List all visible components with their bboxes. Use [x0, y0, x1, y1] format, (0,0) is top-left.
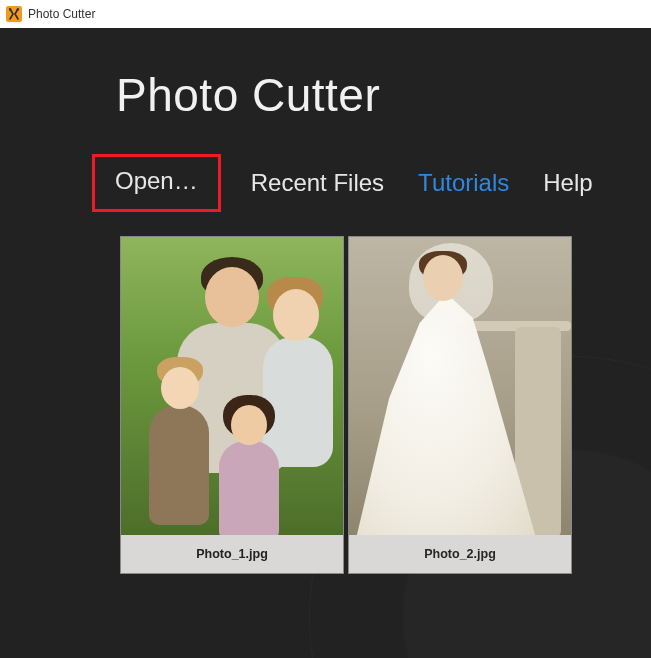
- thumbnail-image: [121, 237, 343, 535]
- workspace: Photo Cutter Open… Recent Files Tutorial…: [0, 28, 651, 658]
- thumbnail-item[interactable]: Photo_1.jpg: [120, 236, 344, 574]
- svg-point-1: [17, 8, 19, 10]
- thumbnail-image: [349, 237, 571, 535]
- thumbnail-item[interactable]: Photo_2.jpg: [348, 236, 572, 574]
- window-title: Photo Cutter: [28, 7, 95, 21]
- help-button[interactable]: Help: [539, 159, 596, 207]
- svg-point-0: [9, 8, 11, 10]
- page-title: Photo Cutter: [116, 68, 651, 122]
- open-button[interactable]: Open…: [92, 154, 221, 212]
- tutorials-link[interactable]: Tutorials: [414, 159, 513, 207]
- recent-files-button[interactable]: Recent Files: [247, 159, 388, 207]
- thumbnail-caption: Photo_1.jpg: [121, 535, 343, 573]
- recent-thumbnails: Photo_1.jpg Photo_2.jpg: [120, 236, 651, 574]
- window-titlebar: Photo Cutter: [0, 0, 651, 28]
- thumbnail-caption: Photo_2.jpg: [349, 535, 571, 573]
- app-icon: [6, 6, 22, 22]
- main-menu: Open… Recent Files Tutorials Help: [92, 154, 651, 212]
